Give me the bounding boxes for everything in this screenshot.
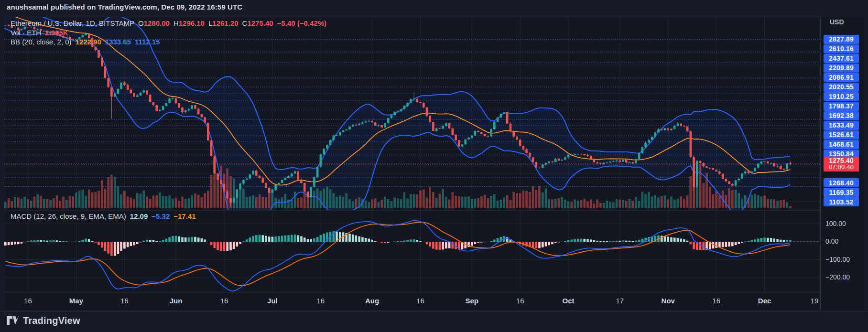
price-level-label: 1910.25 [824, 92, 859, 101]
time-axis-label: 16 [712, 297, 720, 305]
countdown-timer: 07:00:40 [829, 164, 854, 171]
macd-legend: MACD (12, 26, close, 9, EMA, EMA) 12.09 … [11, 212, 196, 220]
price-scale[interactable]: USD 2827.892610.162437.612209.892086.912… [820, 17, 864, 311]
time-axis-label: 19 [811, 297, 819, 305]
chart-canvas[interactable] [4, 17, 864, 311]
time-axis[interactable]: 16May16Jun16Jul16Aug16Sep16Oct17Nov16Dec… [4, 292, 864, 311]
time-axis-label: Dec [758, 297, 771, 305]
time-axis-label: 16 [120, 297, 129, 305]
tradingview-snapshot: anushsamal published on TradingView.com,… [0, 0, 868, 332]
price-level-label: 1633.49 [824, 121, 859, 130]
time-axis-label: Sep [465, 297, 478, 305]
volume-label: Vol · ETH [11, 29, 41, 37]
volume-legend: Vol · ETH 2.905K [11, 29, 68, 37]
bb-lower-value: 1112.15 [135, 38, 160, 46]
time-axis-label: May [69, 297, 83, 305]
macd-scale-label: 0.00 [825, 237, 838, 245]
time-axis-label: Oct [563, 297, 575, 305]
price-level-label: 2437.61 [824, 54, 859, 63]
tradingview-logo-text: TradingView [23, 315, 80, 326]
price-level-label: 1169.35 [824, 188, 859, 197]
ohlc-open: O1280.00 [138, 19, 170, 27]
macd-scale-label: −200.00 [825, 273, 850, 281]
macd-hist-value: 12.09 [130, 212, 148, 220]
price-level-label: 1468.61 [824, 140, 859, 149]
price-level-label: 1103.52 [824, 197, 859, 206]
time-axis-label: 17 [616, 297, 624, 305]
price-level-label: 2086.91 [824, 73, 859, 82]
time-axis-label: Aug [365, 297, 379, 305]
ohlc-close: C1275.40 [242, 19, 273, 27]
tradingview-logo-link[interactable]: TradingView [7, 315, 80, 326]
macd-scale-label: −100.00 [825, 256, 850, 263]
volume-value: 2.905K [45, 29, 68, 37]
symbol-title: Ethereum / U.S. Dollar, 1D, BITSTAMP [11, 19, 134, 27]
price-level-label: 1692.38 [824, 111, 859, 120]
bb-legend: BB (20, close, 2, 0) 1222.90 1333.65 111… [11, 38, 160, 46]
time-axis-label: 16 [24, 297, 32, 305]
bb-upper-value: 1333.65 [105, 38, 131, 46]
last-price-value: 1275.40 [829, 157, 854, 164]
footer-divider [0, 311, 868, 312]
time-axis-label: 16 [220, 297, 228, 305]
published-info: anushsamal published on TradingView.com,… [7, 3, 242, 11]
macd-signal-line [5, 222, 790, 286]
macd-lines [5, 221, 790, 291]
time-axis-label: Nov [662, 297, 675, 305]
ohlc-high: H1296.10 [174, 19, 205, 27]
time-axis-label: Jun [170, 297, 183, 305]
pane-separators [4, 210, 864, 292]
macd-label: MACD (12, 26, close, 9, EMA, EMA) [11, 212, 126, 220]
macd-scale-label: 100.00 [825, 220, 846, 227]
bb-label: BB (20, close, 2, 0) [11, 38, 72, 46]
last-price-label: 1275.4007:00:40 [824, 157, 859, 171]
bb-basis-value: 1222.90 [76, 38, 101, 46]
price-level-label: 2610.16 [824, 44, 859, 54]
price-level-label: 1268.40 [824, 178, 859, 187]
time-axis-label: Jul [267, 297, 278, 305]
time-axis-label: 16 [516, 297, 524, 305]
price-level-label: 1526.61 [824, 130, 859, 139]
price-level-label: 2827.89 [824, 35, 859, 44]
change-value: −5.40 (−0.42%) [277, 19, 326, 27]
price-level-label: 2209.89 [824, 64, 859, 73]
symbol-legend: Ethereum / U.S. Dollar, 1D, BITSTAMP O12… [11, 19, 326, 27]
price-scale-currency: USD [830, 18, 844, 26]
macd-line-value: −5.32 [152, 212, 170, 220]
price-level-label: 1798.37 [824, 102, 859, 111]
ohlc-low: L1261.20 [208, 19, 239, 27]
tradingview-logo-icon [7, 316, 19, 326]
time-axis-label: 16 [416, 297, 424, 305]
macd-histogram [4, 231, 792, 256]
macd-signal-value: −17.41 [174, 212, 195, 220]
time-axis-label: 16 [317, 297, 325, 305]
price-level-label: 2020.55 [824, 83, 859, 92]
